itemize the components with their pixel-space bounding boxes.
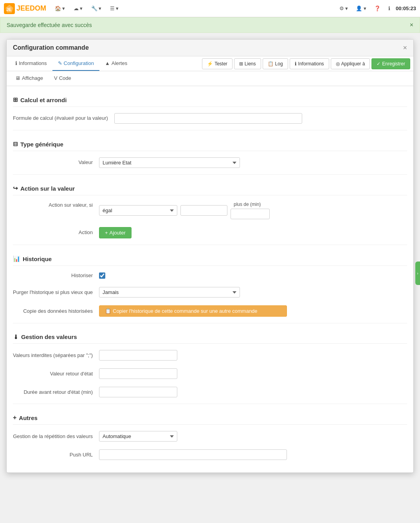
- formule-calcul-input[interactable]: [114, 113, 302, 124]
- nav-home[interactable]: 🏠 ▾: [52, 4, 68, 13]
- affichage-icon: 🖥: [15, 75, 20, 81]
- divider-2: [13, 174, 407, 175]
- historiser-label: Historiser: [13, 272, 99, 279]
- valeur-retour-row: Valeur retour d'état: [13, 367, 407, 381]
- copy-icon: 📋: [105, 308, 111, 314]
- enregistrer-icon: ✓: [377, 61, 380, 67]
- gear-button[interactable]: ⚙ ▾: [337, 4, 351, 13]
- tab-alertes[interactable]: ▲ Alertes: [99, 56, 133, 71]
- plus-de-label: plus de (min): [234, 202, 261, 207]
- logo-icon: JE: [4, 3, 15, 14]
- autres-icon: +: [13, 414, 16, 421]
- divider-3: [13, 245, 407, 245]
- valeurs-interdites-row: Valeurs interdites (séparées par ";"): [13, 348, 407, 362]
- wrench-icon: 🔧: [91, 5, 97, 11]
- push-url-input[interactable]: [99, 449, 287, 460]
- duree-retour-label: Durée avant retour d'état (min): [13, 389, 99, 396]
- divider-1: [13, 130, 407, 130]
- duree-retour-input[interactable]: [99, 387, 177, 397]
- informations-button[interactable]: ℹ Informations: [290, 58, 329, 69]
- nav-right: ⚙ ▾ 👤 ▾ ❓ ℹ 00:05:23: [337, 4, 416, 13]
- section-gestion-title: Gestion des valeurs: [21, 334, 77, 340]
- banner-close-button[interactable]: ×: [410, 22, 413, 29]
- nav-domotique[interactable]: ☁ ▾: [70, 4, 86, 13]
- formule-calcul-row: Formule de calcul (#value# pour la valeu…: [13, 112, 407, 125]
- action-label: Action: [13, 229, 99, 236]
- historiser-checkbox[interactable]: [99, 272, 105, 279]
- user-button[interactable]: 👤 ▾: [353, 4, 369, 13]
- action-valeur-inputs: égal différent supérieur inférieur plus …: [99, 202, 270, 219]
- home-icon: 🏠: [55, 5, 61, 11]
- nav-outils[interactable]: 🔧 ▾: [88, 4, 105, 13]
- liens-button[interactable]: ⊞ Liens: [234, 58, 261, 69]
- tab-affichage[interactable]: 🖥 Affichage: [10, 71, 49, 86]
- success-message: Sauvegarde effectuée avec succès: [7, 22, 92, 28]
- tabs-row2: 🖥 Affichage V Code: [7, 71, 413, 86]
- enregistrer-button[interactable]: ✓ Enregistrer: [371, 58, 410, 69]
- app-logo[interactable]: JE JEEDOM: [4, 3, 46, 14]
- valeur-retour-label: Valeur retour d'état: [13, 370, 99, 377]
- formule-calcul-label: Formule de calcul (#value# pour la valeu…: [13, 115, 114, 122]
- tab-configuration-label: Configuration: [64, 60, 94, 66]
- liens-icon: ⊞: [239, 61, 243, 67]
- tester-button[interactable]: ⚡ Tester: [202, 58, 233, 69]
- tab-code-label: Code: [59, 75, 71, 81]
- tab-code[interactable]: V Code: [49, 71, 77, 86]
- log-label: Log: [275, 61, 283, 67]
- valeur-type-row: Valeur Lumière Etat: [13, 156, 407, 170]
- valeur-type-label: Valeur: [13, 159, 99, 166]
- topnav: JE JEEDOM 🏠 ▾ ☁ ▾ 🔧 ▾ ☰ ▾ ⚙ ▾ 👤 ▾ ❓ ℹ 00…: [0, 0, 420, 17]
- informations-label: Informations: [298, 61, 324, 67]
- repetition-row: Gestion de la répétition des valeurs Aut…: [13, 429, 407, 443]
- tab-affichage-label: Affichage: [22, 75, 43, 81]
- tab-right-buttons: ⚡ Tester ⊞ Liens 📋 Log ℹ Informations ◎: [202, 58, 410, 69]
- nav-reglages[interactable]: ☰ ▾: [107, 4, 122, 13]
- section-autres-title: Autres: [19, 415, 38, 421]
- condition-select[interactable]: égal différent supérieur inférieur: [99, 205, 177, 216]
- action-ajouter-row: Action + Ajouter: [13, 225, 407, 240]
- help-button[interactable]: ❓: [372, 4, 383, 13]
- valeurs-interdites-input[interactable]: [99, 350, 177, 361]
- tester-icon: ⚡: [207, 61, 213, 67]
- plus-icon: +: [105, 230, 108, 236]
- purger-select[interactable]: Jamais 1 mois 3 mois 6 mois 1 an: [99, 287, 240, 298]
- enregistrer-label: Enregistrer: [382, 61, 405, 67]
- nav-outils-caret: ▾: [99, 5, 101, 11]
- log-button[interactable]: 📋 Log: [263, 58, 288, 69]
- section-type-title: Type générique: [20, 141, 63, 148]
- time-display: 00:05:23: [396, 5, 416, 11]
- nav-home-caret: ▾: [62, 5, 65, 11]
- valeur-retour-input[interactable]: [99, 368, 177, 379]
- copie-historisees-row: Copie des données historisées 📋 Copier l…: [13, 304, 407, 318]
- valeur-type-select[interactable]: Lumière Etat: [99, 157, 240, 168]
- plus-de-container: plus de (min): [231, 202, 270, 219]
- config-icon: ✎: [58, 60, 62, 66]
- historique-icon: 📊: [13, 255, 20, 262]
- tab-informations[interactable]: ℹ Informations: [10, 56, 52, 71]
- divider-5: [13, 404, 407, 404]
- section-gestion-header: 🌡 Gestion des valeurs: [13, 330, 407, 344]
- valeurs-interdites-label: Valeurs interdites (séparées par ";"): [13, 352, 99, 359]
- divider-4: [13, 323, 407, 323]
- push-url-label: Push URL: [13, 451, 99, 458]
- nav-domotique-caret: ▾: [80, 5, 83, 11]
- modal-close-button[interactable]: ×: [403, 44, 407, 51]
- info-button[interactable]: ℹ: [386, 4, 393, 13]
- informations-icon: ℹ: [295, 61, 297, 67]
- sidebar-indicator[interactable]: ›: [415, 262, 420, 285]
- log-icon: 📋: [268, 61, 274, 67]
- copier-historique-button[interactable]: 📋 Copier l'historique de cette commande …: [99, 305, 287, 317]
- condition-value-input[interactable]: [180, 205, 227, 216]
- tester-label: Tester: [215, 61, 227, 67]
- list-icon: ☰: [110, 5, 115, 11]
- modal: Configuration commande × ℹ Informations …: [6, 39, 414, 473]
- logo-text: JEEDOM: [16, 4, 46, 13]
- section-historique-title: Historique: [23, 256, 52, 262]
- appliquer-button[interactable]: ◎ Appliquer à: [331, 58, 370, 69]
- repetition-select[interactable]: Automatique Jamais Toujours: [99, 431, 177, 442]
- tab-configuration[interactable]: ✎ Configuration: [52, 56, 99, 71]
- ajouter-button[interactable]: + Ajouter: [99, 227, 132, 238]
- sidebar-indicator-icon: ›: [417, 271, 418, 276]
- plus-de-input[interactable]: [231, 209, 270, 219]
- section-autres-header: + Autres: [13, 410, 407, 425]
